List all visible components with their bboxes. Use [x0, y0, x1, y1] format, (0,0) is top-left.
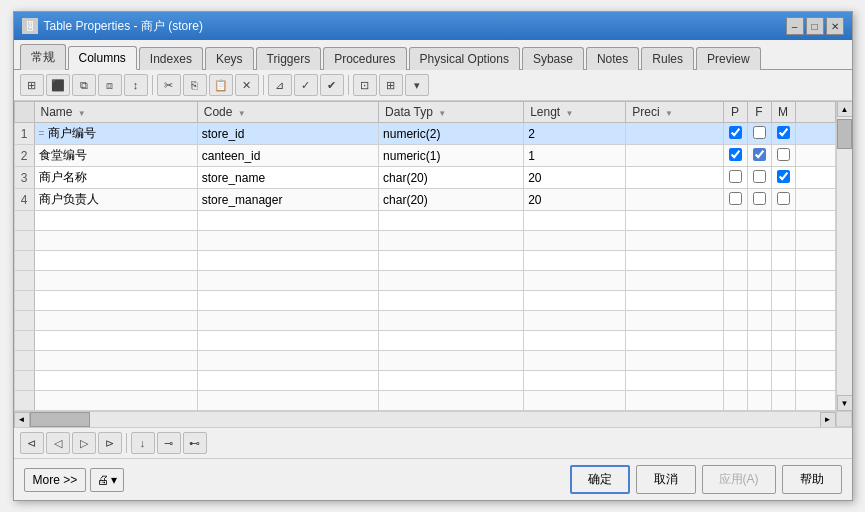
col-header-F[interactable]: F: [747, 102, 771, 123]
datatype-cell[interactable]: numeric(1): [379, 145, 524, 167]
tab-columns[interactable]: Columns: [68, 46, 137, 70]
tab-sybase[interactable]: Sybase: [522, 47, 584, 70]
tab-preview[interactable]: Preview: [696, 47, 761, 70]
horizontal-scrollbar[interactable]: ◄ ►: [14, 411, 836, 427]
foreign-key-cell[interactable]: [747, 189, 771, 211]
code-cell[interactable]: canteen_id: [197, 145, 378, 167]
name-cell[interactable]: 商户负责人: [34, 189, 197, 211]
table-row[interactable]: 4商户负责人store_managerchar(20)20: [14, 189, 835, 211]
tab-triggers[interactable]: Triggers: [256, 47, 322, 70]
down2-button[interactable]: ⊸: [157, 432, 181, 454]
close-button[interactable]: ✕: [826, 17, 844, 35]
col-header-precision[interactable]: Preci ▼: [626, 102, 723, 123]
mandatory-checkbox[interactable]: [777, 170, 790, 183]
primary-key-checkbox[interactable]: [729, 148, 742, 161]
primary-key-cell[interactable]: [723, 167, 747, 189]
precision-cell[interactable]: [626, 189, 723, 211]
foreign-key-checkbox[interactable]: [753, 192, 766, 205]
check-btn[interactable]: ✓: [294, 74, 318, 96]
precision-cell[interactable]: [626, 145, 723, 167]
col-header-code[interactable]: Code ▼: [197, 102, 378, 123]
mandatory-checkbox[interactable]: [777, 192, 790, 205]
vertical-scrollbar[interactable]: ▲ ▼: [836, 101, 852, 411]
name-cell[interactable]: 商户名称: [34, 167, 197, 189]
mandatory-cell[interactable]: [771, 189, 795, 211]
more-button[interactable]: More >>: [24, 468, 87, 492]
col-header-datatype[interactable]: Data Typ ▼: [379, 102, 524, 123]
dropdown-btn[interactable]: ▾: [405, 74, 429, 96]
move-btn[interactable]: ↕: [124, 74, 148, 96]
primary-key-cell[interactable]: [723, 189, 747, 211]
col-header-M[interactable]: M: [771, 102, 795, 123]
tab-keys[interactable]: Keys: [205, 47, 254, 70]
scroll-up-button[interactable]: ▲: [837, 101, 852, 117]
insert-row-button[interactable]: ⬛: [46, 74, 70, 96]
mandatory-cell[interactable]: [771, 123, 795, 145]
first-row-button[interactable]: ⊲: [20, 432, 44, 454]
table-row[interactable]: 2食堂编号canteen_idnumeric(1)1: [14, 145, 835, 167]
scroll-thumb-v[interactable]: [837, 119, 852, 149]
paste-btn2[interactable]: 📋: [209, 74, 233, 96]
next-row-button[interactable]: ▷: [72, 432, 96, 454]
name-cell[interactable]: = 商户编号: [34, 123, 197, 145]
print-button[interactable]: 🖨 ▾: [90, 468, 124, 492]
foreign-key-checkbox[interactable]: [753, 148, 766, 161]
minimize-button[interactable]: –: [786, 17, 804, 35]
tab-procedures[interactable]: Procedures: [323, 47, 406, 70]
scroll-left-button[interactable]: ◄: [14, 412, 30, 428]
scroll-track-v[interactable]: [837, 117, 852, 395]
tab-indexes[interactable]: Indexes: [139, 47, 203, 70]
copy-btn2[interactable]: ⎘: [183, 74, 207, 96]
length-cell[interactable]: 1: [524, 145, 626, 167]
add-row-button[interactable]: ⊞: [20, 74, 44, 96]
tab-general[interactable]: 常规: [20, 44, 66, 70]
primary-key-checkbox[interactable]: [729, 192, 742, 205]
copy-btn[interactable]: ⧉: [72, 74, 96, 96]
check-all-btn[interactable]: ✔: [320, 74, 344, 96]
apply-button[interactable]: 应用(A): [702, 465, 776, 494]
down1-button[interactable]: ↓: [131, 432, 155, 454]
datatype-cell[interactable]: char(20): [379, 189, 524, 211]
filter-btn[interactable]: ⊿: [268, 74, 292, 96]
foreign-key-checkbox[interactable]: [753, 170, 766, 183]
col-header-length[interactable]: Lengt ▼: [524, 102, 626, 123]
scroll-thumb-h[interactable]: [30, 412, 90, 427]
primary-key-checkbox[interactable]: [729, 170, 742, 183]
delete-btn[interactable]: ✕: [235, 74, 259, 96]
import-btn[interactable]: ⊞: [379, 74, 403, 96]
table-container[interactable]: Name ▼ Code ▼ Data Typ ▼ Lengt ▼ Preci ▼: [14, 101, 852, 427]
mandatory-cell[interactable]: [771, 145, 795, 167]
prev-row-button[interactable]: ◁: [46, 432, 70, 454]
precision-cell[interactable]: [626, 123, 723, 145]
scroll-down-button[interactable]: ▼: [837, 395, 852, 411]
cut-btn[interactable]: ✂: [157, 74, 181, 96]
foreign-key-cell[interactable]: [747, 167, 771, 189]
primary-key-cell[interactable]: [723, 123, 747, 145]
primary-key-cell[interactable]: [723, 145, 747, 167]
mandatory-checkbox[interactable]: [777, 148, 790, 161]
tab-rules[interactable]: Rules: [641, 47, 694, 70]
code-cell[interactable]: store_id: [197, 123, 378, 145]
mandatory-checkbox[interactable]: [777, 126, 790, 139]
code-cell[interactable]: store_manager: [197, 189, 378, 211]
length-cell[interactable]: 2: [524, 123, 626, 145]
scroll-track-h[interactable]: [30, 412, 820, 427]
down3-button[interactable]: ⊷: [183, 432, 207, 454]
help-button[interactable]: 帮助: [782, 465, 842, 494]
primary-key-checkbox[interactable]: [729, 126, 742, 139]
scroll-right-button[interactable]: ►: [820, 412, 836, 428]
foreign-key-cell[interactable]: [747, 145, 771, 167]
mandatory-cell[interactable]: [771, 167, 795, 189]
confirm-button[interactable]: 确定: [570, 465, 630, 494]
foreign-key-cell[interactable]: [747, 123, 771, 145]
last-row-button[interactable]: ⊳: [98, 432, 122, 454]
table-row[interactable]: 3商户名称store_namechar(20)20: [14, 167, 835, 189]
length-cell[interactable]: 20: [524, 167, 626, 189]
col-header-P[interactable]: P: [723, 102, 747, 123]
datatype-cell[interactable]: numeric(2): [379, 123, 524, 145]
foreign-key-checkbox[interactable]: [753, 126, 766, 139]
tab-physical-options[interactable]: Physical Options: [409, 47, 520, 70]
code-cell[interactable]: store_name: [197, 167, 378, 189]
datatype-cell[interactable]: char(20): [379, 167, 524, 189]
length-cell[interactable]: 20: [524, 189, 626, 211]
